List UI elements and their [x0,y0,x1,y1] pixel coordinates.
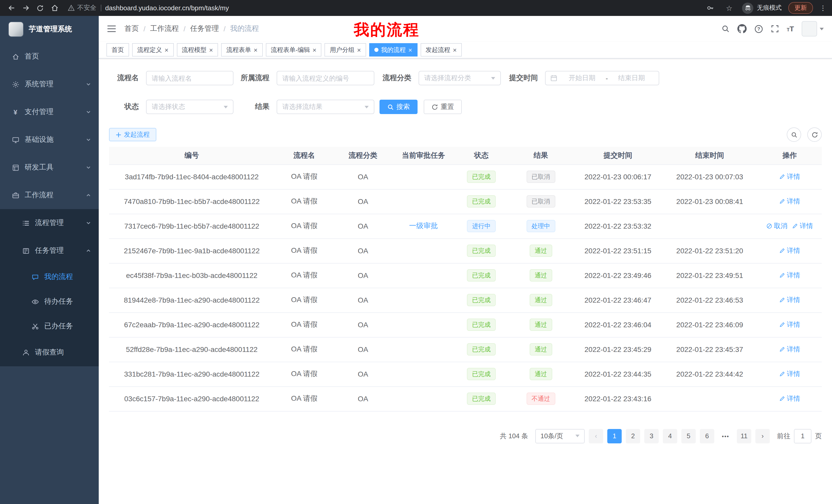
refresh-table-button[interactable] [807,128,822,142]
cell-status: 已完成 [455,263,508,288]
update-button[interactable]: 更新 [788,2,813,14]
help-icon[interactable]: ? [754,24,763,33]
fullscreen-icon[interactable] [771,25,779,33]
current-task-link[interactable]: 一级审批 [409,221,438,230]
tab-process-form[interactable]: 流程表单× [221,43,262,57]
row-action-detail[interactable]: 详情 [779,246,800,255]
tab-process-form-edit[interactable]: 流程表单-编辑× [266,43,322,57]
sidebar-item-done-tasks[interactable]: 已办任务 [0,314,99,339]
page-size-select[interactable]: 10条/页 [535,429,585,443]
cell-current-task [392,288,455,312]
sidebar-item-system[interactable]: 系统管理 [0,71,99,98]
tab-user-group[interactable]: 用户分组× [325,43,366,57]
close-icon[interactable]: × [357,47,361,53]
submit-time-range-picker[interactable]: 开始日期 - 结束日期 [545,71,659,85]
search-button[interactable]: 搜索 [380,100,418,114]
hamburger-icon[interactable] [107,25,116,33]
start-process-button[interactable]: 发起流程 [109,128,156,141]
row-action-detail[interactable]: 详情 [779,345,800,354]
prev-page-button[interactable]: ‹ [589,429,603,443]
close-icon[interactable]: × [254,47,257,53]
breadcrumb-item[interactable]: 首页 [125,24,139,33]
key-icon[interactable] [704,2,716,13]
close-icon[interactable]: × [164,47,168,53]
list-icon [22,219,30,227]
close-icon[interactable]: × [209,47,213,53]
close-icon[interactable]: × [313,47,316,53]
row-action-detail[interactable]: 详情 [779,320,800,329]
row-action-detail[interactable]: 详情 [779,394,800,403]
cell-result: 处理中 [508,214,574,239]
browser-menu-icon[interactable]: ⋮ [820,4,827,12]
sidebar-item-workflow[interactable]: 工作流程 [0,181,99,209]
page-button-1[interactable]: 1 [607,429,622,443]
sidebar-item-my-process[interactable]: 我的流程 [0,264,99,289]
toggle-search-button[interactable] [787,128,801,142]
app-logo[interactable]: 芋道管理系统 [0,16,99,43]
status-tag: 已完成 [467,171,496,183]
sidebar-item-leave-query[interactable]: 请假查询 [0,339,99,366]
sidebar-item-home[interactable]: 首页 [0,43,99,71]
page-button-2[interactable]: 2 [626,429,640,443]
reload-icon[interactable] [34,2,46,13]
breadcrumb-item[interactable]: 工作流程 [150,24,179,33]
tab-process-definition[interactable]: 流程定义× [132,43,174,57]
more-pages-button[interactable]: ••• [718,429,733,443]
cell-actions: 详情 [757,239,822,263]
sidebar-item-process-mgmt[interactable]: 流程管理 [0,209,99,237]
goto-page-input[interactable] [794,429,811,443]
breadcrumb-item[interactable]: 任务管理 [190,24,219,33]
process-key-input[interactable] [277,71,374,85]
page-button-5[interactable]: 5 [681,429,696,443]
font-size-icon[interactable]: TT [787,25,794,33]
sidebar-item-task-mgmt[interactable]: 任务管理 [0,237,99,264]
table-row: 7317cec6-7b9b-11ec-b5b7-acde48001122 OA … [109,214,822,239]
cell-category: OA [334,337,392,362]
github-icon[interactable] [737,24,747,33]
tab-start-process[interactable]: 发起流程× [420,43,462,57]
page-button-11[interactable]: 11 [737,429,751,443]
tab-process-model[interactable]: 流程模型× [177,43,218,57]
incognito-badge[interactable]: 无痕模式 [742,2,782,13]
browser-actions: ☆ 无痕模式 更新 ⋮ [704,2,827,14]
status-label: 状态 [109,102,146,111]
row-action-detail[interactable]: 详情 [779,197,800,206]
sidebar-item-todo-tasks[interactable]: 待办任务 [0,289,99,314]
cell-result: 通过 [508,263,574,288]
result-select[interactable]: 请选择流结果 [277,100,374,114]
user-menu[interactable] [802,21,824,36]
home-browser-icon[interactable] [48,2,61,13]
cell-submit-time: 2022-01-22 23:49:46 [574,263,662,288]
process-name-input[interactable] [146,71,233,85]
forward-icon[interactable] [20,2,32,13]
bookmark-star-icon[interactable]: ☆ [723,2,735,13]
search-icon[interactable] [722,25,730,33]
sidebar-item-devtools[interactable]: 研发工具 [0,153,99,181]
cell-name: OA 请假 [275,214,334,239]
close-icon[interactable]: × [408,47,412,53]
calendar-icon [550,75,557,82]
cell-end-time: 2022-01-22 23:45:37 [662,337,757,362]
row-action-cancel[interactable]: 取消 [766,221,787,231]
row-action-detail[interactable]: 详情 [779,271,800,280]
address-bar[interactable]: 不安全 dashboard.yudao.iocoder.cn/bpm/task/… [68,4,696,12]
cell-id: 2152467e-7b9b-11ec-9a1b-acde48001122 [109,239,275,263]
tab-home[interactable]: 首页 [106,43,129,57]
close-icon[interactable]: × [453,47,457,53]
back-icon[interactable] [5,2,18,13]
category-select[interactable]: 请选择流程分类 [419,71,501,85]
status-select[interactable]: 请选择状态 [146,100,233,114]
page-button-6[interactable]: 6 [700,429,714,443]
next-page-button[interactable]: › [755,429,770,443]
sidebar-item-infra[interactable]: 基础设施 [0,126,99,153]
page-button-3[interactable]: 3 [644,429,659,443]
row-action-detail[interactable]: 详情 [779,296,800,305]
sidebar-item-payment[interactable]: ¥ 支付管理 [0,98,99,126]
reset-button[interactable]: 重置 [424,100,462,114]
tab-my-process[interactable]: 我的流程× [369,43,417,57]
page-button-4[interactable]: 4 [663,429,677,443]
row-action-detail[interactable]: 详情 [779,172,800,181]
cell-end-time: 2022-01-23 00:07:03 [662,164,757,189]
row-action-detail[interactable]: 详情 [779,369,800,379]
row-action-detail[interactable]: 详情 [792,221,813,231]
